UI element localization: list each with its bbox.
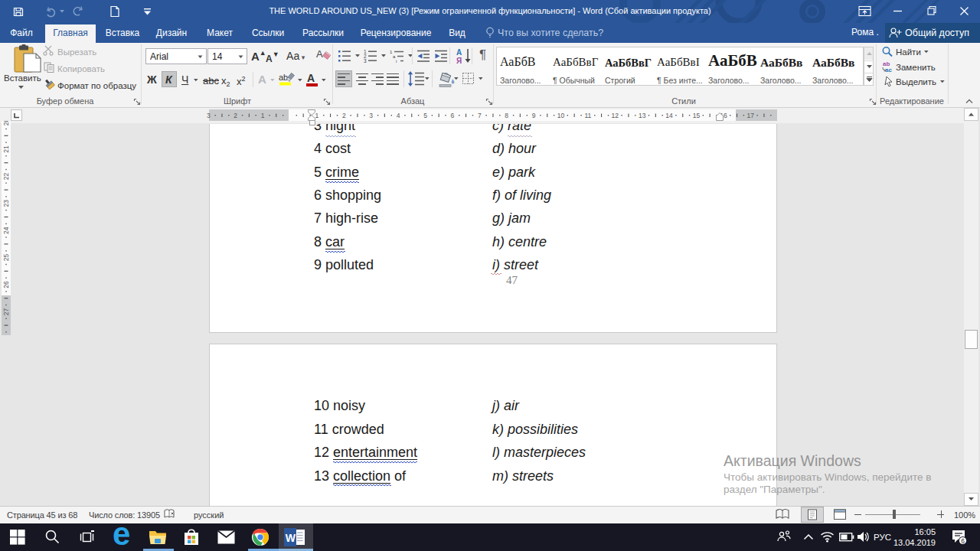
svg-text:23: 23 (2, 200, 10, 207)
svg-text:17: 17 (747, 112, 755, 119)
svg-text:i: i (396, 59, 397, 64)
svg-text:10: 10 (557, 112, 565, 119)
svg-text:3: 3 (364, 58, 367, 64)
svg-text:21: 21 (2, 145, 10, 153)
svg-text:1: 1 (315, 112, 319, 119)
svg-text:Я: Я (456, 57, 462, 65)
svg-text:15: 15 (693, 112, 701, 119)
svg-text:13: 13 (639, 112, 646, 119)
svg-text:22: 22 (2, 172, 10, 180)
svg-text:2: 2 (234, 112, 237, 119)
svg-text:ac: ac (885, 67, 892, 73)
svg-text:W: W (286, 532, 296, 544)
svg-text:ab: ab (279, 73, 288, 82)
svg-text:9: 9 (532, 112, 536, 119)
svg-text:6: 6 (961, 537, 965, 545)
svg-text:14: 14 (665, 112, 673, 119)
svg-text:12: 12 (612, 112, 619, 119)
svg-text:3: 3 (369, 112, 373, 119)
svg-text:4: 4 (397, 112, 400, 119)
svg-text:8: 8 (505, 112, 508, 119)
svg-text:25: 25 (2, 254, 10, 262)
svg-text:7: 7 (478, 112, 482, 119)
svg-text:27: 27 (2, 308, 10, 315)
svg-text:11: 11 (584, 112, 591, 119)
svg-text:5: 5 (423, 112, 427, 119)
svg-text:26: 26 (2, 281, 10, 289)
svg-text:3: 3 (207, 112, 211, 119)
svg-text:А: А (316, 48, 323, 60)
svg-text:А: А (456, 48, 462, 57)
svg-text:1: 1 (261, 112, 265, 119)
svg-text:24: 24 (2, 227, 10, 234)
svg-text:2: 2 (342, 112, 346, 119)
svg-text:6: 6 (451, 112, 455, 119)
svg-text:20: 20 (2, 121, 10, 126)
